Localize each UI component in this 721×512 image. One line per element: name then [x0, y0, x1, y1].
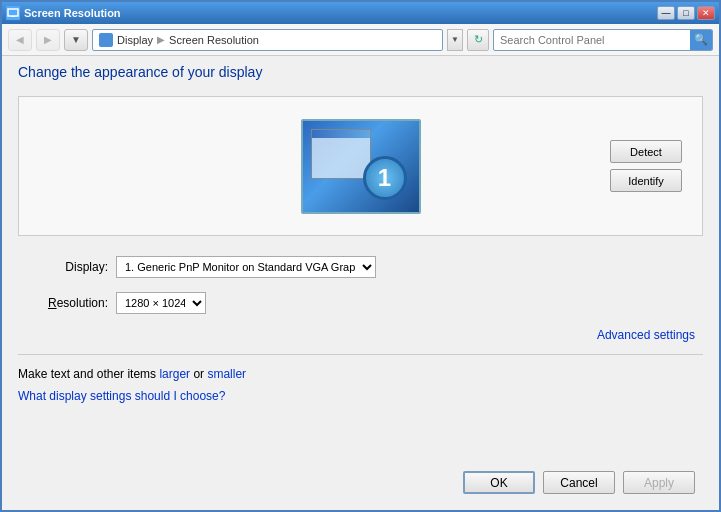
- window: Screen Resolution — □ ✕ ◀ ▶ ▼ Display ▶ …: [0, 0, 721, 512]
- mini-titlebar: [312, 130, 370, 138]
- mini-content: [312, 138, 370, 178]
- resolution-select[interactable]: 1280 × 1024: [116, 292, 206, 314]
- monitor-preview-area: 1 Detect Identify: [18, 96, 703, 236]
- monitor-screen: 1: [301, 119, 421, 214]
- close-button[interactable]: ✕: [697, 6, 715, 20]
- svg-rect-1: [11, 16, 15, 17]
- smaller-link[interactable]: smaller: [207, 367, 246, 381]
- forward-button[interactable]: ▶: [36, 29, 60, 51]
- mini-window: [311, 129, 371, 179]
- minimize-button[interactable]: —: [657, 6, 675, 20]
- monitor-preview-container: 1: [35, 119, 686, 214]
- advanced-settings-link[interactable]: Advanced settings: [597, 328, 695, 342]
- identify-button[interactable]: Identify: [610, 169, 682, 192]
- what-display-link[interactable]: What display settings should I choose?: [18, 389, 225, 403]
- title-bar: Screen Resolution — □ ✕: [2, 2, 719, 24]
- refresh-button[interactable]: ↻: [467, 29, 489, 51]
- resolution-row: Resolution: 1280 × 1024: [18, 292, 703, 314]
- back-button[interactable]: ◀: [8, 29, 32, 51]
- display-icon: [99, 33, 113, 47]
- page-title: Change the appearance of your display: [18, 64, 703, 80]
- search-button[interactable]: 🔍: [690, 29, 712, 51]
- resolution-label: Resolution:: [18, 296, 108, 310]
- what-display-info: What display settings should I choose?: [18, 389, 703, 403]
- apply-button[interactable]: Apply: [623, 471, 695, 494]
- svg-rect-0: [8, 9, 18, 16]
- maximize-button[interactable]: □: [677, 6, 695, 20]
- display-row: Display: 1. Generic PnP Monitor on Stand…: [18, 256, 703, 278]
- address-dropdown-arrow[interactable]: ▼: [447, 29, 463, 51]
- display-label: Display:: [18, 260, 108, 274]
- content-area: Change the appearance of your display 1 …: [2, 56, 719, 471]
- detect-button[interactable]: Detect: [610, 140, 682, 163]
- make-text-label: Make text and other items: [18, 367, 159, 381]
- screen-res-label: Screen Resolution: [169, 34, 259, 46]
- address-field: Display ▶ Screen Resolution: [92, 29, 443, 51]
- detect-identify-buttons: Detect Identify: [610, 140, 682, 192]
- display-label: Display: [117, 34, 153, 46]
- search-input[interactable]: [494, 34, 690, 46]
- bottom-buttons: OK Cancel Apply: [463, 471, 695, 494]
- ok-button[interactable]: OK: [463, 471, 535, 494]
- cancel-button[interactable]: Cancel: [543, 471, 615, 494]
- title-bar-buttons: — □ ✕: [657, 6, 715, 20]
- title-bar-text: Screen Resolution: [24, 7, 653, 19]
- search-box: 🔍: [493, 29, 713, 51]
- larger-link[interactable]: larger: [159, 367, 190, 381]
- breadcrumb-separator: ▶: [157, 34, 165, 45]
- monitor-number-badge: 1: [363, 156, 407, 200]
- address-bar: ◀ ▶ ▼ Display ▶ Screen Resolution ▼ ↻ 🔍: [2, 24, 719, 56]
- make-text-info: Make text and other items larger or smal…: [18, 367, 703, 381]
- divider: [18, 354, 703, 355]
- monitor-preview: 1: [301, 119, 421, 214]
- advanced-settings-row: Advanced settings: [18, 328, 703, 342]
- dropdown-arrow-button[interactable]: ▼: [64, 29, 88, 51]
- display-select[interactable]: 1. Generic PnP Monitor on Standard VGA G…: [116, 256, 376, 278]
- or-label: or: [190, 367, 207, 381]
- title-bar-icon: [6, 6, 20, 20]
